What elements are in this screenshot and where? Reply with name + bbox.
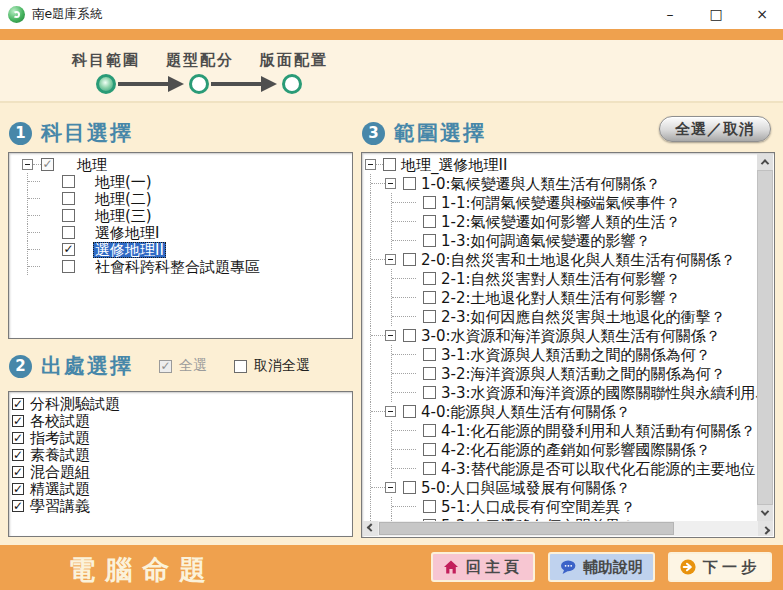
tree-row[interactable]: 4-1:化石能源的開發利用和人類活動有何關係？ — [362, 421, 758, 440]
checkbox[interactable]: ✓ — [12, 449, 24, 461]
checkbox[interactable] — [423, 234, 436, 247]
subject-tree[interactable]: ✓地理地理(一)地理(二)地理(三)選修地理I✓選修地理II社會科跨科整合試題專… — [8, 152, 353, 339]
tree-row[interactable]: 4-3:替代能源是否可以取代化石能源的主要地位？ — [362, 459, 758, 478]
checkbox[interactable] — [423, 215, 436, 228]
scroll-left-icon[interactable] — [363, 521, 378, 536]
checkbox[interactable] — [403, 253, 416, 266]
tree-item-label[interactable]: 地理(二) — [93, 191, 154, 207]
select-all-checkbox[interactable]: ✓ — [159, 360, 172, 373]
scroll-down-icon[interactable] — [757, 505, 773, 521]
tree-row-group[interactable]: 2-0:自然災害和土地退化與人類生活有何關係？ — [362, 250, 758, 269]
collapse-expander-icon[interactable] — [22, 159, 33, 170]
checkbox[interactable] — [62, 209, 75, 222]
tree-row[interactable]: 4-2:化石能源的產銷如何影響國際關係？ — [362, 440, 758, 459]
list-item[interactable]: ✓指考試題 — [12, 429, 352, 446]
tree-item-label[interactable]: 學習講義 — [28, 498, 92, 514]
checkbox[interactable]: ✓ — [62, 243, 75, 256]
tree-item-label[interactable]: 3-1:水資源與人類活動之間的關係為何？ — [439, 347, 713, 363]
vertical-scroll-thumb[interactable] — [757, 170, 773, 505]
close-button[interactable]: × — [749, 0, 775, 29]
tree-item-label[interactable]: 地理_選修地理II — [399, 157, 509, 173]
tree-item-label[interactable]: 素養試題 — [28, 447, 92, 463]
checkbox[interactable] — [423, 367, 436, 380]
checkbox[interactable] — [423, 310, 436, 323]
tree-row[interactable]: ✓選修地理II — [9, 241, 352, 258]
home-button[interactable]: 回主頁 — [431, 552, 535, 582]
next-step-button[interactable]: 下一步 — [668, 552, 772, 582]
tree-item-label[interactable]: 5-1:人口成長有何空間差異？ — [439, 499, 638, 515]
checkbox[interactable] — [62, 175, 75, 188]
checkbox[interactable]: ✓ — [12, 415, 24, 427]
tree-row[interactable]: 1-3:如何調適氣候變遷的影響？ — [362, 231, 758, 250]
checkbox[interactable] — [403, 481, 416, 494]
tree-item-label[interactable]: 2-2:土地退化對人類生活有何影響？ — [439, 290, 683, 306]
scroll-right-icon[interactable] — [758, 521, 773, 536]
tree-item-label[interactable]: 4-2:化石能源的產銷如何影響國際關係？ — [439, 442, 713, 458]
tree-item-label[interactable]: 分科測驗試題 — [28, 396, 122, 412]
list-item[interactable]: ✓學習講義 — [12, 497, 352, 514]
deselect-all-checkbox[interactable] — [234, 360, 247, 373]
tree-row[interactable]: 3-3:水資源和海洋資源的國際關聯性與永續利用為何？ — [362, 383, 758, 402]
tree-item-label[interactable]: 4-3:替代能源是否可以取代化石能源的主要地位？ — [439, 461, 758, 477]
tree-item-label[interactable]: 5-0:人口與區域發展有何關係？ — [419, 480, 633, 496]
range-tree[interactable]: 地理_選修地理II1-0:氣候變遷與人類生活有何關係？1-1:何謂氣候變遷與極端… — [361, 152, 775, 538]
tree-row-root[interactable]: ✓地理 — [9, 156, 352, 173]
list-item[interactable]: ✓各校試題 — [12, 412, 352, 429]
tree-row[interactable]: 3-2:海洋資源與人類活動之間的關係為何？ — [362, 364, 758, 383]
checkbox[interactable] — [383, 158, 396, 171]
tree-row-group[interactable]: 3-0:水資源和海洋資源與人類生活有何關係？ — [362, 326, 758, 345]
checkbox[interactable] — [423, 462, 436, 475]
checkbox[interactable]: ✓ — [12, 483, 24, 495]
tree-item-label[interactable]: 選修地理I — [93, 225, 161, 241]
vertical-scrollbar[interactable] — [757, 154, 773, 521]
list-item[interactable]: ✓精選試題 — [12, 480, 352, 497]
tree-item-label[interactable]: 4-1:化石能源的開發利用和人類活動有何關係？ — [439, 423, 758, 439]
checkbox[interactable] — [403, 177, 416, 190]
tree-row[interactable]: 1-1:何謂氣候變遷與極端氣候事件？ — [362, 193, 758, 212]
collapse-expander-icon[interactable] — [385, 482, 396, 493]
checkbox[interactable]: ✓ — [41, 158, 54, 171]
tree-row[interactable]: 1-2:氣候變遷如何影響人類的生活？ — [362, 212, 758, 231]
help-button[interactable]: 輔助說明 — [548, 552, 655, 582]
checkbox[interactable] — [423, 272, 436, 285]
tree-item-label[interactable]: 地理(三) — [93, 208, 154, 224]
tree-row[interactable]: 2-2:土地退化對人類生活有何影響？ — [362, 288, 758, 307]
horizontal-scrollbar[interactable] — [363, 521, 773, 536]
tree-item-label[interactable]: 2-0:自然災害和土地退化與人類生活有何關係？ — [419, 252, 738, 268]
tree-item-label[interactable]: 1-2:氣候變遷如何影響人類的生活？ — [439, 214, 683, 230]
list-item[interactable]: ✓混合題組 — [12, 463, 352, 480]
tree-row[interactable]: 地理(二) — [9, 190, 352, 207]
collapse-expander-icon[interactable] — [365, 159, 376, 170]
checkbox[interactable] — [423, 424, 436, 437]
tree-item-label[interactable]: 混合題組 — [28, 464, 92, 480]
checkbox[interactable] — [423, 348, 436, 361]
tree-row[interactable]: 地理(三) — [9, 207, 352, 224]
source-list[interactable]: ✓分科測驗試題✓各校試題✓指考試題✓素養試題✓混合題組✓精選試題✓學習講義 — [8, 391, 353, 537]
checkbox[interactable] — [423, 291, 436, 304]
tree-item-label[interactable]: 1-3:如何調適氣候變遷的影響？ — [439, 233, 653, 249]
tree-item-label[interactable]: 3-2:海洋資源與人類活動之間的關係為何？ — [439, 366, 728, 382]
select-all-toggle-button[interactable]: 全選／取消 — [659, 116, 771, 142]
tree-row-root[interactable]: 地理_選修地理II — [362, 155, 758, 174]
tree-row[interactable]: 社會科跨科整合試題專區 — [9, 258, 352, 275]
maximize-button[interactable]: □ — [703, 0, 729, 29]
checkbox[interactable] — [403, 329, 416, 342]
checkbox[interactable]: ✓ — [12, 432, 24, 444]
checkbox[interactable] — [403, 405, 416, 418]
tree-item-label[interactable]: 1-1:何謂氣候變遷與極端氣候事件？ — [439, 195, 683, 211]
list-item[interactable]: ✓分科測驗試題 — [12, 395, 352, 412]
tree-row[interactable]: 地理(一) — [9, 173, 352, 190]
tree-row-group[interactable]: 1-0:氣候變遷與人類生活有何關係？ — [362, 174, 758, 193]
tree-item-label[interactable]: 3-0:水資源和海洋資源與人類生活有何關係？ — [419, 328, 723, 344]
tree-item-label[interactable]: 4-0:能源與人類生活有何關係？ — [419, 404, 633, 420]
scroll-up-icon[interactable] — [757, 154, 773, 170]
tree-item-label[interactable]: 選修地理II — [93, 242, 166, 258]
tree-row[interactable]: 2-1:自然災害對人類生活有何影響？ — [362, 269, 758, 288]
collapse-expander-icon[interactable] — [385, 178, 396, 189]
tree-item-label[interactable]: 社會科跨科整合試題專區 — [93, 259, 262, 275]
tree-row[interactable]: 選修地理I — [9, 224, 352, 241]
tree-item-label[interactable]: 2-3:如何因應自然災害與土地退化的衝擊？ — [439, 309, 728, 325]
tree-row-group[interactable]: 5-0:人口與區域發展有何關係？ — [362, 478, 758, 497]
collapse-expander-icon[interactable] — [385, 254, 396, 265]
list-item[interactable]: ✓素養試題 — [12, 446, 352, 463]
